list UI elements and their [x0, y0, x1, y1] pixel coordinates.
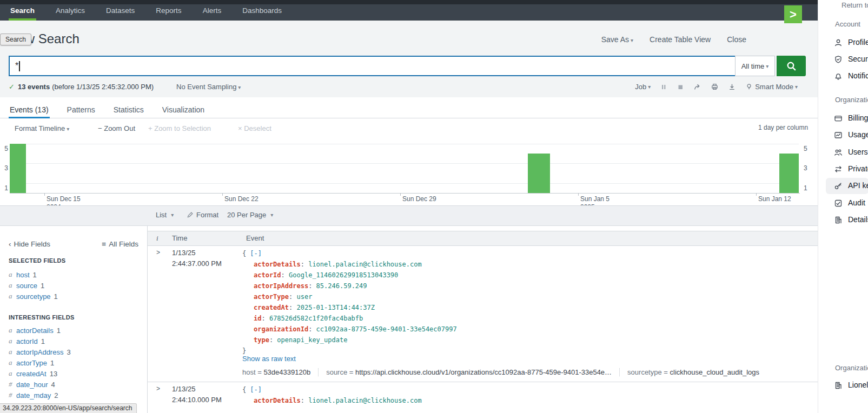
json-line: organizationId: cc1092aa-8775-459e-9401-… [242, 324, 457, 335]
field-item[interactable]: ahost1 [9, 269, 58, 280]
x-axis-label: Sun Jan 12 [758, 195, 791, 203]
json-value: lionel.palacin@clickhouse.com [308, 261, 422, 268]
field-name-link[interactable]: actorIpAddress [16, 348, 63, 356]
check-icon: ✓ [9, 83, 15, 91]
field-name-link[interactable]: source [16, 282, 37, 290]
chart-gridline [10, 183, 799, 184]
export-icon [728, 83, 736, 91]
field-item[interactable]: aactorDetails1 [9, 325, 71, 336]
zoom-out-button[interactable]: − Zoom Out [98, 124, 135, 132]
json-value: lionel.palacin@clickhouse.com [308, 397, 422, 404]
field-item[interactable]: acreatedAt13 [9, 368, 71, 379]
print-icon [711, 83, 719, 91]
search-submit-button[interactable] [777, 56, 806, 76]
event-sampling-menu[interactable]: No Event Sampling▾ [176, 83, 241, 91]
field-name-link[interactable]: actorId [16, 337, 38, 345]
search-mode-menu[interactable]: Smart Mode▾ [745, 83, 798, 91]
json-colon: : [301, 397, 308, 404]
tab-statistics[interactable]: Statistics [112, 101, 145, 118]
field-name-link[interactable]: createdAt [16, 370, 47, 378]
panel-item-lionel[interactable]: Lionel [848, 381, 868, 389]
timeline-bar[interactable] [10, 144, 26, 193]
expand-event-chevron[interactable]: > [156, 385, 160, 392]
event-meta-sourcetype[interactable]: sourcetype = clickhouse_cloud_audit_logs [619, 368, 767, 376]
field-name-link[interactable]: date_hour [16, 381, 48, 389]
caret-down-icon: ▾ [795, 84, 798, 90]
column-header-event: Event [246, 234, 264, 242]
event-meta-host[interactable]: host = 53de4339120b [242, 368, 318, 376]
field-name-link[interactable]: actorDetails [16, 327, 54, 335]
close-button[interactable]: Close [727, 35, 746, 44]
time-range-picker[interactable]: All time▾ [735, 56, 775, 76]
list-view-menu[interactable]: List▾ [156, 211, 174, 219]
open-brace: { [242, 386, 246, 394]
panel-item-private[interactable]: Private [848, 164, 868, 173]
json-line: actorIpAddress: 85.246.59.249 [242, 281, 457, 291]
panel-item-billing[interactable]: Billing [848, 114, 868, 122]
all-fields-link[interactable]: ≡All Fields [102, 240, 138, 248]
panel-item-security[interactable]: Security [848, 55, 868, 63]
collapse-toggle[interactable]: [-] [250, 250, 262, 257]
field-name-link[interactable]: host [16, 271, 30, 279]
share-button[interactable] [693, 83, 701, 91]
field-item[interactable]: asourcetype1 [9, 291, 58, 302]
collapse-toggle[interactable]: [-] [250, 386, 262, 394]
field-type-icon: a [9, 337, 16, 345]
field-item[interactable]: aactorType1 [9, 357, 71, 368]
field-item[interactable]: #date_hour4 [9, 379, 71, 390]
panel-item-usage[interactable]: Usage [848, 130, 868, 139]
expand-event-chevron[interactable]: > [156, 249, 160, 256]
panel-item-users[interactable]: Users [848, 148, 868, 156]
field-count: 1 [50, 359, 54, 367]
panel-item-api-keys[interactable]: API keys [848, 181, 868, 190]
search-input[interactable]: * [9, 56, 739, 76]
job-status: ✓ 13 events (before 1/13/25 2:45:32.000 … [9, 83, 241, 91]
meta-value[interactable]: 53de4339120b [263, 368, 310, 376]
field-item[interactable]: aactorIpAddress3 [9, 347, 71, 357]
return-to-link[interactable]: Return to [842, 1, 868, 9]
splunk-logo-icon[interactable]: > [784, 5, 802, 23]
panel-item-profile[interactable]: Profile [848, 38, 868, 46]
x-axis-label: Sun Dec 29 [402, 195, 436, 203]
field-count: 4 [51, 381, 55, 389]
create-table-view-button[interactable]: Create Table View [650, 35, 711, 44]
timeline-bar[interactable] [779, 154, 799, 193]
event-meta-source[interactable]: source = https://api.clickhouse.cloud/v1… [318, 368, 619, 376]
meta-value[interactable]: clickhouse_cloud_audit_logs [670, 368, 760, 376]
save-as-button[interactable]: Save As▾ [601, 35, 633, 44]
stop-icon [677, 83, 684, 91]
format-timeline-menu[interactable]: Format Timeline▾ [15, 124, 69, 132]
print-button[interactable] [711, 83, 719, 91]
tab-events[interactable]: Events (13) [9, 101, 50, 118]
stop-button[interactable] [677, 83, 684, 91]
shield-icon [834, 55, 843, 64]
field-item[interactable]: #date_mday2 [9, 390, 71, 401]
meta-value[interactable]: https://api.clickhouse.cloud/v1/organiza… [355, 368, 612, 376]
panel-item-audit[interactable]: Audit [848, 198, 865, 207]
per-page-menu[interactable]: 20 Per Page▾ [227, 211, 273, 219]
field-item[interactable]: asource1 [9, 280, 58, 291]
field-item[interactable]: aactorId1 [9, 336, 71, 347]
share-icon [693, 83, 701, 91]
panel-item-notifications[interactable]: Notifications [848, 71, 868, 80]
pause-button[interactable] [660, 83, 667, 91]
timeline-bar[interactable] [528, 154, 550, 193]
field-count: 13 [50, 370, 57, 378]
field-name-link[interactable]: date_mday [16, 391, 51, 399]
column-scale-note: 1 day per column [758, 124, 808, 131]
field-name-link[interactable]: sourcetype [16, 292, 51, 301]
field-name-link[interactable]: actorType [16, 359, 47, 367]
panel-item-details[interactable]: Details [848, 215, 868, 224]
meta-key: sourcetype = [627, 368, 670, 376]
tab-visualization[interactable]: Visualization [161, 101, 206, 118]
splunk-window: SearchAnalyticsDatasetsReportsAlertsDash… [0, 0, 818, 413]
building-icon [834, 381, 843, 390]
format-results-button[interactable]: Format [187, 211, 218, 219]
caret-down-icon: ▾ [631, 37, 633, 43]
tab-patterns[interactable]: Patterns [66, 101, 96, 118]
show-raw-text-link[interactable]: Show as raw text [242, 355, 296, 363]
panel-section-header: Organization [835, 96, 868, 104]
job-menu[interactable]: Job▾ [635, 83, 651, 91]
hide-fields-link[interactable]: ‹Hide Fields [9, 240, 50, 248]
export-button[interactable] [728, 83, 736, 91]
